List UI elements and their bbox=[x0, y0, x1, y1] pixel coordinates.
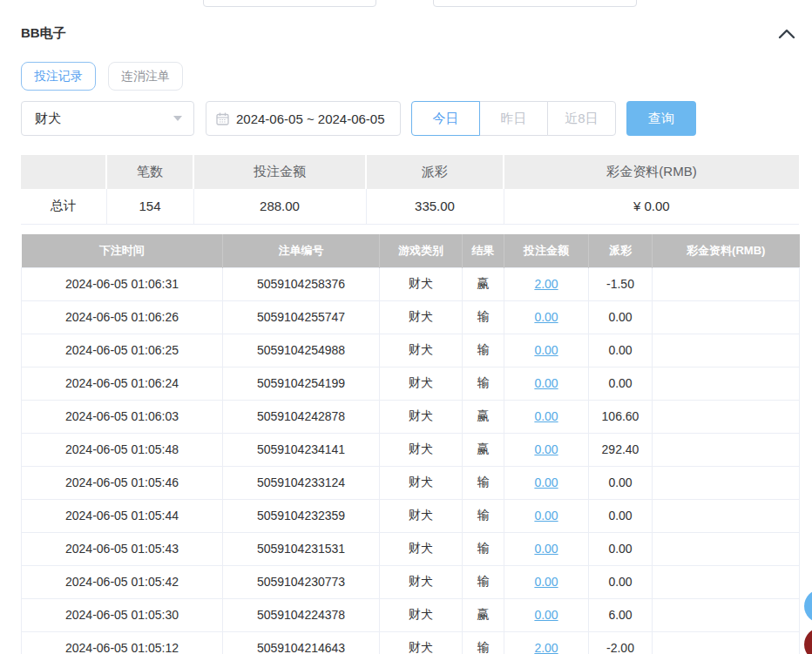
cell-game-type: 财犬 bbox=[380, 433, 463, 466]
cell-payout: 0.00 bbox=[589, 499, 653, 532]
tab-cancelled-orders[interactable]: 连消注单 bbox=[108, 62, 183, 91]
cell-bet-time: 2024-06-05 01:05:43 bbox=[22, 532, 223, 565]
cell-result: 赢 bbox=[463, 433, 504, 466]
cell-bet-time: 2024-06-05 01:05:12 bbox=[22, 631, 223, 654]
cell-result: 输 bbox=[463, 334, 504, 367]
cell-result: 赢 bbox=[463, 598, 504, 631]
cell-payout: 0.00 bbox=[589, 367, 653, 400]
cell-result: 输 bbox=[463, 466, 504, 499]
table-row: 2024-06-05 01:05:425059104230773财犬输0.000… bbox=[22, 565, 800, 598]
table-row: 2024-06-05 01:05:485059104234141财犬赢0.002… bbox=[22, 433, 800, 466]
game-select-value: 财犬 bbox=[35, 111, 173, 127]
table-row: 2024-06-05 01:05:465059104233124财犬输0.000… bbox=[22, 466, 800, 499]
bet-amount-link[interactable]: 0.00 bbox=[534, 376, 558, 390]
record-type-tabs: 投注记录 连消注单 bbox=[21, 62, 183, 91]
header-bonus: 彩金资料(RMB) bbox=[653, 234, 800, 267]
quick-date-buttons: 今日 昨日 近8日 bbox=[411, 101, 616, 136]
cell-order-number: 5059104232359 bbox=[223, 499, 380, 532]
cell-game-type: 财犬 bbox=[380, 631, 463, 654]
summary-total-bet-amount: 288.00 bbox=[193, 189, 366, 224]
table-row: 2024-06-05 01:05:435059104231531财犬输0.000… bbox=[22, 532, 800, 565]
cell-result: 输 bbox=[463, 631, 504, 654]
cell-order-number: 5059104233124 bbox=[223, 466, 380, 499]
cell-bet-amount: 2.00 bbox=[504, 631, 589, 654]
bet-amount-link[interactable]: 2.00 bbox=[534, 277, 558, 291]
bet-amount-link[interactable]: 0.00 bbox=[534, 475, 558, 489]
collapse-section-button[interactable] bbox=[775, 24, 798, 44]
cell-bonus bbox=[653, 532, 800, 565]
cell-result: 输 bbox=[463, 532, 504, 565]
summary-header-bet-amount: 投注金额 bbox=[193, 155, 366, 189]
header-payout: 派彩 bbox=[589, 234, 653, 267]
cell-game-type: 财犬 bbox=[380, 367, 463, 400]
cell-bet-time: 2024-06-05 01:05:42 bbox=[22, 565, 223, 598]
cell-bet-amount: 0.00 bbox=[504, 565, 589, 598]
bet-amount-link[interactable]: 0.00 bbox=[534, 442, 558, 456]
bet-amount-link[interactable]: 0.00 bbox=[534, 310, 558, 324]
top-partial-input-2[interactable] bbox=[433, 0, 637, 7]
cell-order-number: 5059104231531 bbox=[223, 532, 380, 565]
cell-bet-amount: 0.00 bbox=[504, 367, 589, 400]
table-row: 2024-06-05 01:05:305059104224378财犬赢0.006… bbox=[22, 598, 800, 631]
bet-amount-link[interactable]: 0.00 bbox=[534, 542, 558, 556]
cell-bonus bbox=[653, 466, 800, 499]
floating-service-button[interactable] bbox=[804, 590, 812, 623]
cell-bonus bbox=[653, 565, 800, 598]
cell-result: 输 bbox=[463, 300, 504, 334]
query-button[interactable]: 查询 bbox=[626, 101, 696, 136]
cell-payout: 6.00 bbox=[589, 598, 653, 631]
date-range-input[interactable]: 2024-06-05 ~ 2024-06-05 bbox=[206, 101, 401, 136]
tab-label: 连消注单 bbox=[121, 69, 170, 84]
cell-bet-time: 2024-06-05 01:06:24 bbox=[22, 367, 223, 400]
summary-header-empty bbox=[21, 155, 106, 189]
cell-bonus bbox=[653, 367, 800, 400]
summary-total-count: 154 bbox=[106, 189, 193, 224]
cell-bet-amount: 2.00 bbox=[504, 267, 589, 300]
summary-total-bonus: ¥ 0.00 bbox=[504, 189, 799, 224]
game-select[interactable]: 财犬 bbox=[21, 101, 194, 136]
bet-amount-link[interactable]: 0.00 bbox=[534, 608, 558, 622]
yesterday-button[interactable]: 昨日 bbox=[479, 101, 548, 136]
cell-payout: -2.00 bbox=[589, 631, 653, 654]
cell-bet-amount: 0.00 bbox=[504, 433, 589, 466]
cell-result: 赢 bbox=[463, 400, 504, 433]
table-row: 2024-06-05 01:06:315059104258376财犬赢2.00-… bbox=[22, 267, 800, 300]
cell-order-number: 5059104234141 bbox=[223, 433, 380, 466]
bet-amount-link[interactable]: 0.00 bbox=[534, 509, 558, 523]
bet-amount-link[interactable]: 0.00 bbox=[534, 409, 558, 423]
tab-bet-records[interactable]: 投注记录 bbox=[21, 62, 96, 91]
summary-header-row: 笔数 投注金额 派彩 彩金资料(RMB) bbox=[21, 155, 799, 189]
cell-payout: -1.50 bbox=[589, 267, 653, 300]
cell-bet-amount: 0.00 bbox=[504, 532, 589, 565]
top-partial-input-1[interactable] bbox=[203, 0, 376, 7]
cell-bonus bbox=[653, 598, 800, 631]
cell-result: 赢 bbox=[463, 267, 504, 300]
summary-total-payout: 335.00 bbox=[366, 189, 504, 224]
cell-order-number: 5059104258376 bbox=[223, 267, 380, 300]
cell-payout: 0.00 bbox=[589, 466, 653, 499]
header-order-number: 注单编号 bbox=[223, 234, 380, 267]
calendar-icon bbox=[216, 112, 229, 125]
bet-records-page: { "section": { "title": "BB电子" }, "tabs"… bbox=[0, 0, 812, 654]
table-row: 2024-06-05 01:06:265059104255747财犬输0.000… bbox=[22, 300, 800, 334]
bet-amount-link[interactable]: 2.00 bbox=[534, 641, 558, 654]
summary-header-payout: 派彩 bbox=[366, 155, 504, 189]
cell-bonus bbox=[653, 499, 800, 532]
cell-order-number: 5059104255747 bbox=[223, 300, 380, 334]
bet-amount-link[interactable]: 0.00 bbox=[534, 343, 558, 357]
cell-bonus bbox=[653, 267, 800, 300]
cell-payout: 292.40 bbox=[589, 433, 653, 466]
last-8-days-button[interactable]: 近8日 bbox=[547, 101, 616, 136]
bet-amount-link[interactable]: 0.00 bbox=[534, 575, 558, 589]
cell-result: 输 bbox=[463, 367, 504, 400]
today-button[interactable]: 今日 bbox=[411, 101, 480, 136]
cell-order-number: 5059104230773 bbox=[223, 565, 380, 598]
cell-order-number: 5059104254199 bbox=[223, 367, 380, 400]
cell-order-number: 5059104214643 bbox=[223, 631, 380, 654]
cell-game-type: 财犬 bbox=[380, 300, 463, 334]
cell-order-number: 5059104254988 bbox=[223, 334, 380, 367]
floating-promo-button[interactable] bbox=[804, 628, 812, 654]
table-row: 2024-06-05 01:06:255059104254988财犬输0.000… bbox=[22, 334, 800, 367]
section-title: BB电子 bbox=[21, 25, 66, 42]
cell-bet-time: 2024-06-05 01:06:26 bbox=[22, 300, 223, 334]
